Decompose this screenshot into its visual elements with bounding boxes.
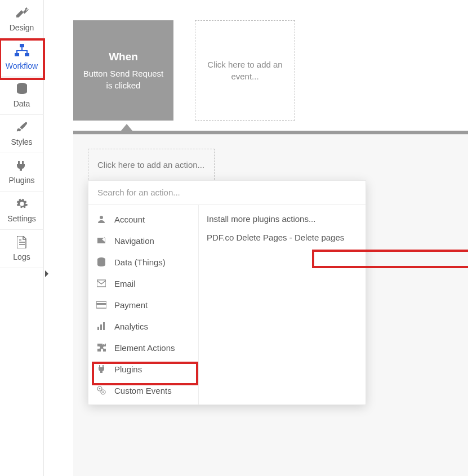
- sidebar-item-label: Workflow: [6, 61, 38, 70]
- user-icon: [96, 214, 106, 224]
- plug-icon: [96, 364, 106, 374]
- share-icon: [96, 235, 106, 246]
- sidebar: Design Workflow Data Styles Plugins Sett…: [0, 0, 44, 476]
- svg-rect-10: [100, 324, 102, 330]
- sidebar-item-workflow[interactable]: Workflow: [0, 38, 44, 77]
- category-plugins[interactable]: Plugins: [88, 358, 198, 380]
- category-element-actions[interactable]: Element Actions: [88, 337, 198, 358]
- svg-rect-1: [15, 53, 19, 56]
- plug-icon: [15, 159, 29, 174]
- workflow-canvas: When Button Send Request is clicked Clic…: [44, 0, 468, 476]
- sidebar-item-plugins[interactable]: Plugins: [0, 153, 44, 192]
- category-label: Analytics: [114, 322, 148, 331]
- design-icon: [15, 6, 29, 21]
- category-label: Email: [114, 279, 136, 288]
- sidebar-item-label: Design: [10, 23, 34, 32]
- sidebar-item-settings[interactable]: Settings: [0, 192, 44, 230]
- sidebar-item-label: Settings: [7, 214, 36, 223]
- sidebar-item-styles[interactable]: Styles: [0, 115, 44, 153]
- category-navigation[interactable]: Navigation: [88, 230, 198, 251]
- event-row: When Button Send Request is clicked Clic…: [73, 20, 468, 121]
- svg-rect-6: [97, 280, 106, 287]
- card-icon: [96, 300, 106, 310]
- search-input[interactable]: [97, 188, 356, 197]
- event-heading: When: [109, 50, 138, 65]
- action-install-more[interactable]: Install more plugins actions...: [199, 210, 366, 228]
- add-event-label: Click here to add an event...: [202, 59, 288, 82]
- svg-rect-2: [25, 53, 29, 56]
- svg-rect-9: [97, 327, 99, 330]
- svg-rect-11: [103, 322, 105, 330]
- sidebar-item-label: Styles: [11, 137, 32, 146]
- sidebar-item-design[interactable]: Design: [0, 0, 44, 38]
- category-label: Data (Things): [114, 257, 166, 267]
- svg-point-15: [102, 392, 104, 393]
- svg-rect-0: [20, 44, 24, 47]
- action-picker-body: Account Navigation Data (Things) Email P…: [88, 205, 366, 404]
- event-description: Button Send Request is clicked: [80, 68, 167, 91]
- sidebar-item-label: Data: [14, 99, 30, 108]
- brush-icon: [16, 121, 28, 135]
- category-label: Element Actions: [114, 343, 175, 353]
- sidebar-item-logs[interactable]: Logs: [0, 230, 44, 268]
- gears-icon: [96, 385, 106, 395]
- add-action-placeholder[interactable]: Click here to add an action...: [88, 149, 215, 180]
- mail-icon: [96, 278, 106, 288]
- sidebar-item-label: Logs: [13, 252, 30, 261]
- gear-icon: [16, 198, 28, 212]
- database-icon: [16, 83, 28, 97]
- add-event-placeholder[interactable]: Click here to add an event...: [195, 20, 295, 121]
- category-label: Account: [114, 215, 145, 224]
- add-action-label: Click here to add an action...: [97, 160, 204, 170]
- category-list: Account Navigation Data (Things) Email P…: [88, 205, 199, 404]
- file-icon: [17, 236, 27, 250]
- svg-point-4: [100, 216, 103, 219]
- category-label: Plugins: [114, 364, 142, 374]
- category-label: Navigation: [114, 236, 154, 246]
- category-custom-events[interactable]: Custom Events: [88, 380, 198, 401]
- category-email[interactable]: Email: [88, 273, 198, 294]
- category-account[interactable]: Account: [88, 208, 198, 230]
- category-analytics[interactable]: Analytics: [88, 315, 198, 337]
- category-label: Custom Events: [114, 386, 172, 395]
- action-search-row: [88, 181, 366, 205]
- svg-point-14: [99, 388, 101, 390]
- category-payment[interactable]: Payment: [88, 294, 198, 315]
- expand-caret-icon[interactable]: [45, 270, 48, 277]
- puzzle-icon: [96, 342, 106, 353]
- category-data[interactable]: Data (Things): [88, 251, 198, 273]
- action-pdfco-delete-pages[interactable]: PDF.co Delete Pages - Delete pages: [199, 228, 366, 247]
- action-list: Install more plugins actions... PDF.co D…: [199, 205, 366, 404]
- workflow-icon: [15, 44, 29, 59]
- svg-rect-8: [96, 303, 106, 305]
- sidebar-item-data[interactable]: Data: [0, 77, 44, 115]
- category-label: Payment: [114, 300, 148, 310]
- chart-icon: [96, 321, 106, 331]
- action-picker: Account Navigation Data (Things) Email P…: [88, 180, 366, 405]
- database-icon: [96, 257, 106, 267]
- event-block[interactable]: When Button Send Request is clicked: [73, 20, 173, 121]
- sidebar-item-label: Plugins: [9, 176, 35, 185]
